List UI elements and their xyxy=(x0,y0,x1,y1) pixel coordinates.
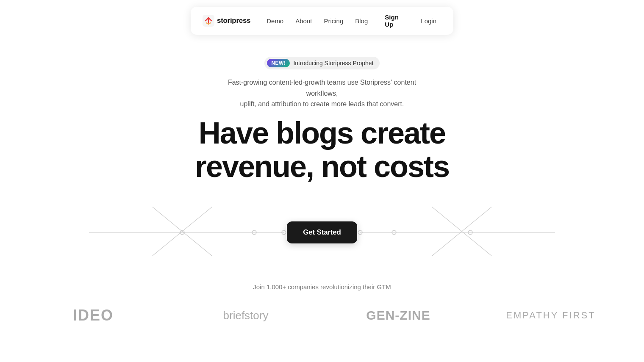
hero-subtitle: Fast-growing content-led-growth teams us… xyxy=(212,77,432,110)
nav-link-demo[interactable]: Demo xyxy=(261,15,289,27)
logo-icon xyxy=(203,15,214,27)
hero-section: NEW! Introducing Storipress Prophet Fast… xyxy=(0,35,644,266)
nav-link-blog[interactable]: Blog xyxy=(350,15,373,27)
hero-title: Have blogs create revenue, not costs xyxy=(195,116,449,183)
nav-links: Demo About Pricing Blog xyxy=(261,15,373,27)
badge-description: Introducing Storipress Prophet xyxy=(293,60,373,66)
diagram-area: Get Started xyxy=(89,199,555,266)
navbar: storipress Demo About Pricing Blog Sign … xyxy=(0,0,644,35)
signup-link[interactable]: Sign Up xyxy=(380,11,412,30)
nav-actions: Sign Up Login xyxy=(380,11,441,30)
nav-link-about[interactable]: About xyxy=(290,15,317,27)
login-link[interactable]: Login xyxy=(416,15,441,27)
companies-section: Join 1,000+ companies revolutionizing th… xyxy=(0,283,644,329)
logo-ideo: IDEO xyxy=(17,302,169,329)
logo-text: storipress xyxy=(217,17,250,25)
logo-genzine: GEN-ZiNE xyxy=(322,304,475,327)
announcement-badge[interactable]: NEW! Introducing Storipress Prophet xyxy=(264,57,379,69)
companies-logos: IDEO briefstory GEN-ZiNE EMPATHY FIRST xyxy=(0,302,644,329)
nav-container: storipress Demo About Pricing Blog Sign … xyxy=(191,7,453,35)
logo-link[interactable]: storipress xyxy=(203,15,250,27)
logo-empathy-first: EMPATHY FIRST xyxy=(475,306,627,325)
nav-link-pricing[interactable]: Pricing xyxy=(319,15,348,27)
badge-new-label: NEW! xyxy=(267,59,290,67)
get-started-button[interactable]: Get Started xyxy=(287,221,357,243)
logo-briefstory: briefstory xyxy=(169,305,322,326)
companies-tagline: Join 1,000+ companies revolutionizing th… xyxy=(253,283,391,290)
